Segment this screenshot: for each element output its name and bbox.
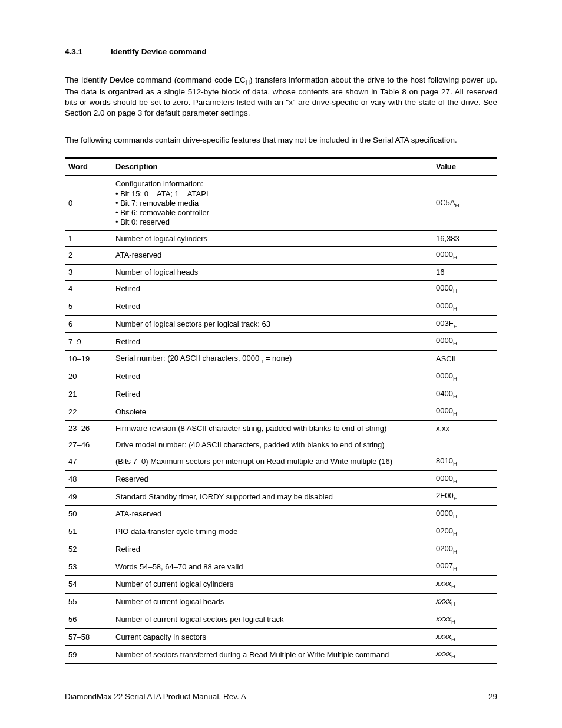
table-row: 55Number of current logical headsxxxxH xyxy=(65,594,497,611)
cell-value xyxy=(432,437,497,453)
table-row: 4Retired0000H xyxy=(65,281,497,298)
cell-word: 7–9 xyxy=(65,333,112,351)
cell-value: 0400H xyxy=(432,386,497,403)
table-row: 48Reserved0000H xyxy=(65,470,497,488)
cell-value: 0000H xyxy=(432,403,497,421)
cell-word: 47 xyxy=(65,453,112,470)
cell-description: Number of current logical heads xyxy=(112,594,432,611)
section-number: 4.3.1 xyxy=(65,47,82,56)
table-row: 3Number of logical heads16 xyxy=(65,264,497,280)
cell-description: Retired xyxy=(112,333,432,351)
cell-value: ASCII xyxy=(432,351,497,368)
cell-word: 52 xyxy=(65,541,112,558)
cell-word: 21 xyxy=(65,386,112,403)
col-word: Word xyxy=(65,158,112,176)
cell-value: x.xx xyxy=(432,421,497,437)
cell-word: 50 xyxy=(65,506,112,523)
section-title: Identify Device command xyxy=(111,47,207,56)
cell-value: 16,383 xyxy=(432,230,497,246)
col-desc: Description xyxy=(112,158,432,176)
cell-description: (Bits 7–0) Maximum sectors per interrupt… xyxy=(112,453,432,470)
cell-word: 4 xyxy=(65,281,112,298)
cell-value: 0007H xyxy=(432,558,497,576)
table-row: 0Configuration information: • Bit 15: 0 … xyxy=(65,176,497,230)
cell-description: PIO data-transfer cycle timing mode xyxy=(112,523,432,541)
cell-word: 54 xyxy=(65,576,112,594)
cell-value: 0000H xyxy=(432,298,497,315)
paragraph-1: The Identify Device command (command cod… xyxy=(65,75,497,119)
cell-description: Retired xyxy=(112,368,432,386)
table-row: 20Retired0000H xyxy=(65,368,497,386)
cell-description: Number of logical sectors per logical tr… xyxy=(112,315,432,333)
table-row: 7–9Retired0000H xyxy=(65,333,497,351)
cell-description: Current capacity in sectors xyxy=(112,628,432,646)
page-footer: DiamondMax 22 Serial ATA Product Manual,… xyxy=(65,686,497,701)
cell-value: xxxxH xyxy=(432,628,497,646)
table-row: 54Number of current logical cylindersxxx… xyxy=(65,576,497,594)
cell-value: xxxxH xyxy=(432,594,497,611)
cell-description: Number of current logical cylinders xyxy=(112,576,432,594)
cell-value: 2F00H xyxy=(432,488,497,506)
identify-device-table: Word Description Value 0Configuration in… xyxy=(65,157,497,664)
cell-word: 23–26 xyxy=(65,421,112,437)
cell-word: 49 xyxy=(65,488,112,506)
cell-word: 10–19 xyxy=(65,351,112,368)
cell-word: 3 xyxy=(65,264,112,280)
cell-value: 0000H xyxy=(432,333,497,351)
cell-description: Number of logical heads xyxy=(112,264,432,280)
table-row: 53Words 54–58, 64–70 and 88 are valid000… xyxy=(65,558,497,576)
table-row: 23–26Firmware revision (8 ASCII characte… xyxy=(65,421,497,437)
cell-description: Obsolete xyxy=(112,403,432,421)
cell-value: xxxxH xyxy=(432,611,497,628)
subscript-h: H xyxy=(246,79,250,85)
cell-description: Retired xyxy=(112,298,432,315)
table-row: 59Number of sectors transferred during a… xyxy=(65,646,497,664)
cell-description: Serial number: (20 ASCII characters, 000… xyxy=(112,351,432,368)
cell-description: Standard Standby timer, IORDY supported … xyxy=(112,488,432,506)
cell-word: 22 xyxy=(65,403,112,421)
cell-word: 48 xyxy=(65,470,112,488)
cell-value: xxxxH xyxy=(432,646,497,664)
cell-value: 0200H xyxy=(432,541,497,558)
table-header-row: Word Description Value xyxy=(65,158,497,176)
cell-description: Retired xyxy=(112,386,432,403)
cell-word: 53 xyxy=(65,558,112,576)
cell-description: Number of sectors transferred during a R… xyxy=(112,646,432,664)
cell-word: 20 xyxy=(65,368,112,386)
cell-word: 55 xyxy=(65,594,112,611)
table-row: 10–19Serial number: (20 ASCII characters… xyxy=(65,351,497,368)
cell-word: 51 xyxy=(65,523,112,541)
cell-word: 57–58 xyxy=(65,628,112,646)
page: 4.3.1 Identify Device command The Identi… xyxy=(0,0,562,728)
cell-word: 0 xyxy=(65,176,112,230)
cell-description: ATA-reserved xyxy=(112,506,432,523)
cell-description: Configuration information: • Bit 15: 0 =… xyxy=(112,176,432,230)
cell-value: 0000H xyxy=(432,368,497,386)
table-row: 21Retired0400H xyxy=(65,386,497,403)
cell-description: Words 54–58, 64–70 and 88 are valid xyxy=(112,558,432,576)
cell-word: 6 xyxy=(65,315,112,333)
cell-value: 0200H xyxy=(432,523,497,541)
cell-description: Number of current logical sectors per lo… xyxy=(112,611,432,628)
cell-description: ATA-reserved xyxy=(112,246,432,264)
cell-word: 5 xyxy=(65,298,112,315)
cell-value: 0000H xyxy=(432,281,497,298)
cell-description: Reserved xyxy=(112,470,432,488)
cell-value: 0C5AH xyxy=(432,176,497,230)
table-row: 47(Bits 7–0) Maximum sectors per interru… xyxy=(65,453,497,470)
cell-word: 59 xyxy=(65,646,112,664)
cell-description: Retired xyxy=(112,281,432,298)
cell-value: 0000H xyxy=(432,506,497,523)
cell-description: Firmware revision (8 ASCII character str… xyxy=(112,421,432,437)
cell-word: 1 xyxy=(65,230,112,246)
cell-word: 27–46 xyxy=(65,437,112,453)
paragraph-2: The following commands contain drive-spe… xyxy=(65,135,497,146)
table-row: 56Number of current logical sectors per … xyxy=(65,611,497,628)
cell-value: 0000H xyxy=(432,246,497,264)
cell-value: 0000H xyxy=(432,470,497,488)
cell-value: xxxxH xyxy=(432,576,497,594)
table-row: 52Retired0200H xyxy=(65,541,497,558)
cell-description: Number of logical cylinders xyxy=(112,230,432,246)
table-row: 1Number of logical cylinders16,383 xyxy=(65,230,497,246)
table-row: 57–58Current capacity in sectorsxxxxH xyxy=(65,628,497,646)
